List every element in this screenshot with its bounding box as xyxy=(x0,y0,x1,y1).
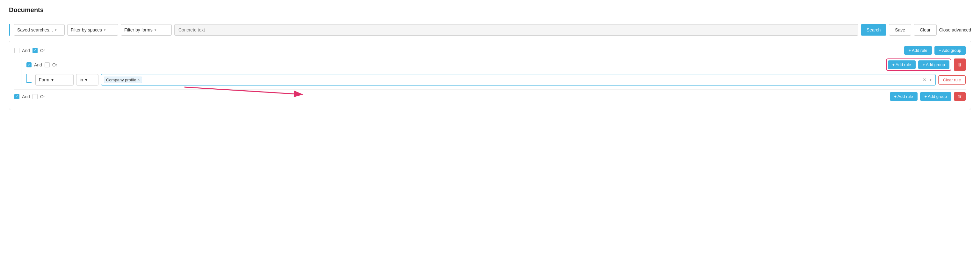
search-button[interactable]: Search xyxy=(861,24,886,36)
outer-add-group-button[interactable]: + Add group xyxy=(934,46,966,55)
tags-clear-button[interactable]: ✕ xyxy=(921,76,928,84)
bottom-or-label: Or xyxy=(40,94,45,99)
outer-and-label: And xyxy=(22,48,30,53)
save-button[interactable]: Save xyxy=(889,24,911,36)
tag-remove-button[interactable]: × xyxy=(138,77,140,82)
company-profile-tag: Company profile × xyxy=(104,77,142,83)
inner-or-label: Or xyxy=(52,62,57,67)
inner-and-label: And xyxy=(34,62,42,67)
field-label: Form xyxy=(39,77,49,82)
filter-container: And Or + Add rule + Add group And Or + A… xyxy=(9,41,971,110)
outer-logic-row: And Or + Add rule + Add group xyxy=(14,46,966,55)
filter-spaces-label: Filter by spaces xyxy=(71,27,102,32)
close-advanced-button[interactable]: Close advanced xyxy=(939,27,971,32)
chevron-down-icon: ▾ xyxy=(154,28,156,32)
outer-or-label: Or xyxy=(40,48,45,53)
chevron-down-icon: ▾ xyxy=(85,77,87,82)
inner-or-checkbox[interactable] xyxy=(45,62,50,67)
bottom-and-checkbox[interactable] xyxy=(14,94,19,99)
outer-and-checkbox[interactable] xyxy=(14,48,19,53)
page-title: Documents xyxy=(9,6,971,14)
tags-input-controls: ✕ ▾ xyxy=(920,76,933,84)
tags-input[interactable]: Company profile × ✕ ▾ xyxy=(101,74,936,85)
bottom-add-rule-button[interactable]: + Add rule xyxy=(890,92,918,101)
concrete-text-input[interactable] xyxy=(174,24,858,36)
bottom-actions: + Add rule + Add group 🗑 xyxy=(890,92,966,101)
inner-add-group-button[interactable]: + Add group xyxy=(918,60,950,69)
filter-forms-label: Filter by forms xyxy=(124,27,153,32)
bottom-delete-button[interactable]: 🗑 xyxy=(954,92,966,101)
chevron-down-icon: ▾ xyxy=(55,28,57,32)
page-header: Documents xyxy=(0,0,980,19)
saved-searches-dropdown[interactable]: Saved searches... ▾ xyxy=(14,24,65,36)
inner-and-checkbox[interactable] xyxy=(27,62,32,67)
tag-label: Company profile xyxy=(106,77,136,82)
search-bar: Saved searches... ▾ Filter by spaces ▾ F… xyxy=(9,24,971,36)
operator-select[interactable]: in ▾ xyxy=(76,74,99,85)
inner-group: And Or + Add rule + Add group 🗑 Form ▾ xyxy=(21,58,966,85)
chevron-down-icon: ▾ xyxy=(104,28,106,32)
chevron-down-icon: ▾ xyxy=(51,77,54,82)
bottom-logic-row: And Or + Add rule + Add group 🗑 xyxy=(14,89,966,101)
bottom-add-group-button[interactable]: + Add group xyxy=(920,92,951,101)
filter-by-forms-dropdown[interactable]: Filter by forms ▾ xyxy=(121,24,172,36)
filter-by-spaces-dropdown[interactable]: Filter by spaces ▾ xyxy=(67,24,118,36)
main-content: Saved searches... ▾ Filter by spaces ▾ F… xyxy=(0,19,980,115)
bottom-and-label: And xyxy=(22,94,30,99)
bottom-or-checkbox[interactable] xyxy=(32,94,38,99)
outer-add-rule-button[interactable]: + Add rule xyxy=(904,46,932,55)
field-select[interactable]: Form ▾ xyxy=(35,74,73,85)
clear-rule-button[interactable]: Clear rule xyxy=(938,75,966,85)
tags-input-field[interactable] xyxy=(144,77,918,82)
inner-logic-row: And Or + Add rule + Add group 🗑 xyxy=(27,58,966,71)
outer-actions: + Add rule + Add group xyxy=(904,46,966,55)
operator-label: in xyxy=(80,77,83,82)
rule-row: Form ▾ in ▾ Company profile × ✕ xyxy=(27,74,966,85)
outer-or-checkbox[interactable] xyxy=(32,48,38,53)
saved-searches-label: Saved searches... xyxy=(17,27,53,32)
inner-add-rule-button[interactable]: + Add rule xyxy=(888,60,916,69)
rule-connector xyxy=(27,74,32,83)
inner-delete-button[interactable]: 🗑 xyxy=(954,58,966,71)
inner-actions: + Add rule + Add group 🗑 xyxy=(886,58,966,71)
tags-dropdown-button[interactable]: ▾ xyxy=(928,77,933,83)
clear-button[interactable]: Clear xyxy=(914,24,936,36)
highlighted-action-buttons: + Add rule + Add group xyxy=(886,58,951,71)
